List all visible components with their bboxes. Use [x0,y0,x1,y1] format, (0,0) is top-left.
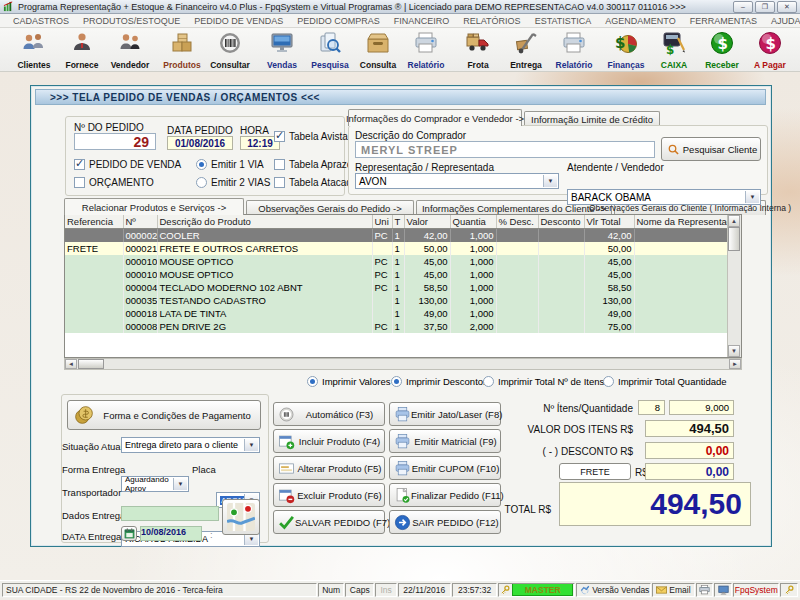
scroll-left-icon[interactable]: ◄ [65,359,77,369]
pedido-vendas-panel: >>> TELA PEDIDO DE VENDAS / ORÇAMENTOS <… [30,85,772,547]
excluir-produto-button[interactable]: Excluir Produto (F6) [273,483,385,507]
scroll-right-icon[interactable]: ► [729,359,741,369]
situacao-dropdown[interactable]: Entrega direto para o cliente▼ [121,437,260,453]
status-printer[interactable] [696,583,714,597]
restore-button[interactable]: ❐ [755,1,775,13]
imprimir-total-quantidade-radio[interactable]: Imprimir Total Quantidade [603,376,727,387]
table-row[interactable]: 000018LATA DE TINTA149,001,00049,00 [65,307,729,320]
automatico-button[interactable]: Automático (F3) [273,402,385,426]
incluir-produto-button[interactable]: Incluir Produto (F4) [273,429,385,453]
toolbar-fornece[interactable]: Fornece [58,28,106,71]
desconto-field[interactable]: 0,00 [645,442,734,459]
imprimir-total-itens-radio[interactable]: Imprimir Total Nº de Itens [483,376,604,387]
menu-financeiro[interactable]: FINANCEIRO [387,16,457,26]
data-entrega-field[interactable]: 10/08/2016 [140,526,202,541]
salvar-pedido-button[interactable]: SALVAR PEDIDO (F7) [273,510,385,534]
toolbar-clientes[interactable]: Clientes [10,28,58,71]
status-key[interactable] [780,583,798,597]
buyer-name-input[interactable]: MERYL STREEP [355,141,655,158]
tabela-avista-checkbox[interactable]: Tabela Avista [274,131,348,142]
toolbar-relatorio-2[interactable]: Relatório [550,28,598,71]
pesquisar-cliente-button[interactable]: Pesquisar Cliente [661,137,761,161]
vertical-scrollbar[interactable]: ▲ ▼ [727,215,741,357]
map-button[interactable] [222,499,260,535]
table-row[interactable]: 000004TECLADO MODERNO 102 ABNTPC158,501,… [65,281,729,294]
frete-field[interactable]: 0,00 [645,463,734,480]
emitir-2vias-radio[interactable]: Emitir 2 VIAS [196,177,270,188]
table-row[interactable]: 000035TESTANDO CADASTRO1130,001,000130,0… [65,294,729,307]
menu-agendamento[interactable]: AGENDAMENTO [598,16,682,26]
svg-text:$: $ [666,43,674,56]
alterar-produto-button[interactable]: Alterar Produto (F5) [273,456,385,480]
toolbar-entrega[interactable]: Entrega [502,28,550,71]
order-number-field[interactable]: 29 [74,133,156,150]
close-button[interactable]: ✕ [777,1,797,13]
status-email[interactable]: Email [652,583,695,597]
toolbar-apagar[interactable]: $ A Pagar [746,28,794,71]
sair-pedido-button[interactable]: SAIR PEDIDO (F12) [389,510,501,534]
toolbar-frota[interactable]: Frota [454,28,502,71]
menu-cadastros[interactable]: CADASTROS [6,16,76,26]
table-row[interactable]: 000008PEN DRIVE 2GPC137,502,00075,00 [65,320,729,333]
calendar-button[interactable] [121,526,137,541]
table-row-selected[interactable]: 000002COOLERPC142,001,00042,00 [65,229,729,243]
toolbar-caixa[interactable]: $ CAIXA [650,28,698,71]
menu-estatistica[interactable]: ESTATISTICA [528,16,599,26]
document-check-icon [394,487,411,504]
tab-relacionar-produtos[interactable]: Relacionar Produtos e Serviços -> [64,198,244,215]
vendedor-dropdown[interactable]: BARACK OBAMA▼ [567,189,761,205]
scroll-up-icon[interactable]: ▲ [728,215,740,227]
status-network[interactable] [714,583,732,597]
truck-icon [465,30,491,60]
order-number-label: Nº DO PEDIDO [74,122,144,133]
menu-pedido-vendas[interactable]: PEDIDO DE VENDAS [187,16,290,26]
order-date-field[interactable]: 01/08/2016 [167,136,233,150]
toolbar-relatorio-1[interactable]: Relatório [402,28,450,71]
tab-limite-credito[interactable]: Informação Limite de Crédito [524,111,660,126]
finalizar-pedido-button[interactable]: Finalizar Pedido (F11) [389,483,501,507]
toolbar-financas[interactable]: $ Finanças [602,28,650,71]
imprimir-valores-radio[interactable]: Imprimir Valores [307,376,390,387]
check-icon [278,514,295,531]
toolbar-produtos[interactable]: Produtos [158,28,206,71]
toolbar-pesquisa[interactable]: Pesquisa [306,28,354,71]
toolbar-vendedor[interactable]: Vendedor [106,28,154,71]
tabela-atacado-checkbox[interactable]: Tabela Atacado [274,177,357,188]
finance-pie-icon: $ [613,30,639,60]
dados-entrega-field[interactable] [121,506,219,521]
tab-comprador-vendedor[interactable]: Informações do Comprador e Vendedor -> [348,109,522,126]
forma-entrega-dropdown[interactable]: Aguardando Aprov▼ [121,476,189,492]
scroll-down-icon[interactable]: ▼ [728,345,740,357]
emitir-1via-radio[interactable]: Emitir 1 VIA [196,159,264,170]
toolbar-consultar[interactable]: Consultar [206,28,254,71]
table-row[interactable]: 000010MOUSE OPTICOPC145,001,00045,00 [65,255,729,268]
toolbar-vendas[interactable]: Vendas [258,28,306,71]
orcamento-checkbox[interactable]: ORÇAMENTO [74,177,154,188]
emitir-cupom-button[interactable]: Emitir CUPOM (F10) [389,456,501,480]
scrollbar-thumb[interactable] [78,359,104,369]
menu-produtos-estoque[interactable]: PRODUTOS/ESTOQUE [76,16,187,26]
exit-arrow-icon [394,514,411,531]
valor-itens-field: 494,50 [645,420,734,437]
printer-icon [699,585,710,595]
status-city: SUA CIDADE - RS 22 de Novembro de 2016 -… [2,583,317,597]
menu-relatorios[interactable]: RELATÓRIOS [456,16,527,26]
table-row[interactable]: FRETE000021FRETE E OUTROS CARRETOS150,00… [65,242,729,255]
toolbar-receber[interactable]: $ Receber [698,28,746,71]
menu-ferramentas[interactable]: FERRAMENTAS [683,16,764,26]
horizontal-scrollbar[interactable]: ◄ ► [64,358,742,370]
representada-dropdown[interactable]: AVON▼ [355,173,559,189]
minimize-button[interactable]: – [733,1,753,13]
scrollbar-thumb[interactable] [728,227,740,251]
forma-pagamento-button[interactable]: Forma e Condições de Pagamento [67,400,261,430]
toolbar-consulta[interactable]: Consulta [354,28,402,71]
tab-observacoes-pedido[interactable]: Observações Gerais do Pedido -> [246,200,414,215]
menu-pedido-compras[interactable]: PEDIDO COMPRAS [290,16,387,26]
pedido-venda-checkbox[interactable]: PEDIDO DE VENDA [74,159,181,170]
table-row[interactable]: 000010MOUSE OPTICOPC145,001,00045,00 [65,268,729,281]
frete-button[interactable]: FRETE [559,463,631,480]
imprimir-descontos-radio[interactable]: Imprimir Descontos [391,376,488,387]
radio-selected [196,159,207,170]
tabela-aprazo-checkbox[interactable]: Tabela Aprazo [274,159,352,170]
menu-ajuda[interactable]: AJUDA [764,16,800,26]
